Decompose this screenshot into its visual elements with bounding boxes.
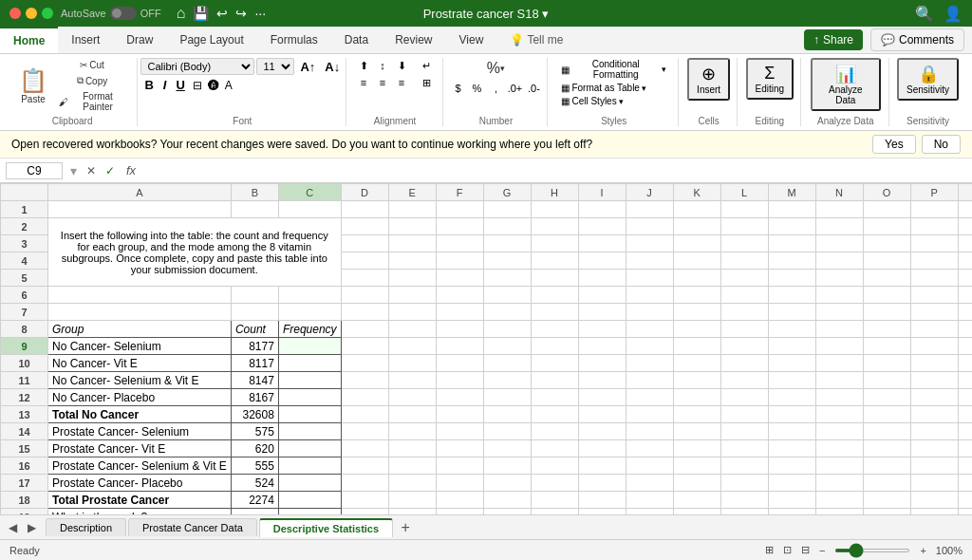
align-right-button[interactable]: ≡ bbox=[393, 75, 410, 90]
cell-1-11[interactable] bbox=[673, 201, 720, 218]
cell-10-8[interactable] bbox=[531, 355, 578, 372]
cell-6-7[interactable] bbox=[483, 287, 531, 304]
cell-14-2[interactable]: 575 bbox=[231, 423, 278, 440]
cell-7-15[interactable] bbox=[863, 304, 910, 321]
cell-18-10[interactable] bbox=[626, 492, 673, 509]
editing-button[interactable]: Σ Editing bbox=[746, 58, 794, 100]
cell-3-7[interactable] bbox=[483, 235, 531, 252]
analyze-data-button[interactable]: 📊 Analyze Data bbox=[811, 58, 882, 111]
cell-6-14[interactable] bbox=[815, 287, 863, 304]
cell-17-4[interactable] bbox=[341, 475, 388, 492]
cell-8-1[interactable]: Group bbox=[48, 321, 232, 338]
instruction-cell[interactable]: Insert the following into the table: the… bbox=[48, 218, 342, 287]
cell-17-7[interactable] bbox=[483, 475, 531, 492]
cell-11-2[interactable]: 8147 bbox=[231, 372, 278, 389]
cell-18-5[interactable] bbox=[388, 492, 436, 509]
col-header-F[interactable]: F bbox=[436, 184, 483, 201]
zoom-out-icon[interactable]: − bbox=[819, 545, 825, 556]
cell-7-7[interactable] bbox=[483, 304, 531, 321]
cell-16-4[interactable] bbox=[341, 457, 388, 475]
italic-button[interactable]: I bbox=[159, 77, 171, 93]
cell-9-2[interactable]: 8177 bbox=[231, 338, 278, 355]
cell-5-6[interactable] bbox=[436, 270, 483, 287]
cell-4-7[interactable] bbox=[483, 252, 531, 270]
row-header-4[interactable]: 4 bbox=[1, 252, 48, 270]
col-header-Q[interactable]: Q bbox=[958, 184, 972, 201]
row-header-12[interactable]: 12 bbox=[1, 389, 48, 406]
cell-1-16[interactable] bbox=[910, 201, 958, 218]
cell-13-2[interactable]: 32608 bbox=[231, 406, 278, 423]
cell-5-15[interactable] bbox=[863, 270, 910, 287]
merge-button[interactable]: ⊞ bbox=[418, 75, 435, 90]
cell-2-12[interactable] bbox=[720, 218, 768, 235]
cell-17-13[interactable] bbox=[768, 475, 815, 492]
font-size-select[interactable]: 11 bbox=[256, 58, 294, 75]
row-header-9[interactable]: 9 bbox=[1, 338, 48, 355]
cell-13-15[interactable] bbox=[863, 406, 910, 423]
col-header-J[interactable]: J bbox=[626, 184, 673, 201]
cell-10-15[interactable] bbox=[863, 355, 910, 372]
cell-12-17[interactable] bbox=[958, 389, 972, 406]
cell-15-16[interactable] bbox=[910, 440, 958, 457]
row-header-14[interactable]: 14 bbox=[1, 423, 48, 440]
cell-15-11[interactable] bbox=[673, 440, 720, 457]
col-header-M[interactable]: M bbox=[768, 184, 815, 201]
cell-16-5[interactable] bbox=[388, 457, 436, 475]
cell-11-3[interactable] bbox=[278, 372, 341, 389]
font-select[interactable]: Calibri (Body) bbox=[140, 58, 254, 75]
row-header-5[interactable]: 5 bbox=[1, 270, 48, 287]
cell-8-7[interactable] bbox=[483, 321, 531, 338]
cell-17-15[interactable] bbox=[863, 475, 910, 492]
tab-data[interactable]: Data bbox=[331, 27, 382, 53]
cell-18-1[interactable]: Total Prostate Cancer bbox=[48, 492, 232, 509]
col-header-A[interactable]: A bbox=[48, 184, 232, 201]
cell-15-1[interactable]: Prostate Cancer- Vit E bbox=[48, 440, 232, 457]
cell-6-11[interactable] bbox=[673, 287, 720, 304]
cell-17-11[interactable] bbox=[673, 475, 720, 492]
cell-3-13[interactable] bbox=[768, 235, 815, 252]
cell-12-2[interactable]: 8167 bbox=[231, 389, 278, 406]
cell-8-9[interactable] bbox=[578, 321, 626, 338]
cell-10-12[interactable] bbox=[720, 355, 768, 372]
cell-8-14[interactable] bbox=[815, 321, 863, 338]
cell-4-9[interactable] bbox=[578, 252, 626, 270]
cell-14-3[interactable] bbox=[278, 423, 341, 440]
cell-10-2[interactable]: 8117 bbox=[231, 355, 278, 372]
align-bottom-button[interactable]: ⬇ bbox=[393, 58, 410, 73]
cell-9-16[interactable] bbox=[910, 338, 958, 355]
cell-14-16[interactable] bbox=[910, 423, 958, 440]
cell-9-6[interactable] bbox=[436, 338, 483, 355]
cell-11-15[interactable] bbox=[863, 372, 910, 389]
cell-14-13[interactable] bbox=[768, 423, 815, 440]
sheet-tab-prostate-cancer-data[interactable]: Prostate Cancer Data bbox=[128, 518, 257, 536]
cell-5-9[interactable] bbox=[578, 270, 626, 287]
cell-15-4[interactable] bbox=[341, 440, 388, 457]
cell-2-13[interactable] bbox=[768, 218, 815, 235]
tab-home[interactable]: Home bbox=[0, 27, 58, 53]
cell-8-11[interactable] bbox=[673, 321, 720, 338]
no-button[interactable]: No bbox=[922, 135, 961, 154]
cell-12-10[interactable] bbox=[626, 389, 673, 406]
cell-17-5[interactable] bbox=[388, 475, 436, 492]
col-header-O[interactable]: O bbox=[863, 184, 910, 201]
cell-13-14[interactable] bbox=[815, 406, 863, 423]
cell-17-6[interactable] bbox=[436, 475, 483, 492]
cell-18-7[interactable] bbox=[483, 492, 531, 509]
cell-3-16[interactable] bbox=[910, 235, 958, 252]
cell-3-5[interactable] bbox=[388, 235, 436, 252]
cell-15-15[interactable] bbox=[863, 440, 910, 457]
cell-4-13[interactable] bbox=[768, 252, 815, 270]
cell-6-12[interactable] bbox=[720, 287, 768, 304]
cell-17-9[interactable] bbox=[578, 475, 626, 492]
cell-6-13[interactable] bbox=[768, 287, 815, 304]
cell-18-3[interactable] bbox=[278, 492, 341, 509]
cell-11-17[interactable] bbox=[958, 372, 972, 389]
cancel-input-icon[interactable]: ✕ bbox=[86, 164, 96, 177]
cell-styles-button[interactable]: ▦ Cell Styles ▾ bbox=[557, 95, 626, 107]
sheet-nav-left[interactable]: ◀ bbox=[4, 519, 21, 536]
formula-input[interactable] bbox=[145, 164, 966, 177]
cell-9-8[interactable] bbox=[531, 338, 578, 355]
decrease-decimal-button[interactable]: .0- bbox=[525, 81, 542, 96]
sheet-tab-descriptive-statistics[interactable]: Descriptive Statistics bbox=[259, 518, 393, 537]
cell-12-7[interactable] bbox=[483, 389, 531, 406]
